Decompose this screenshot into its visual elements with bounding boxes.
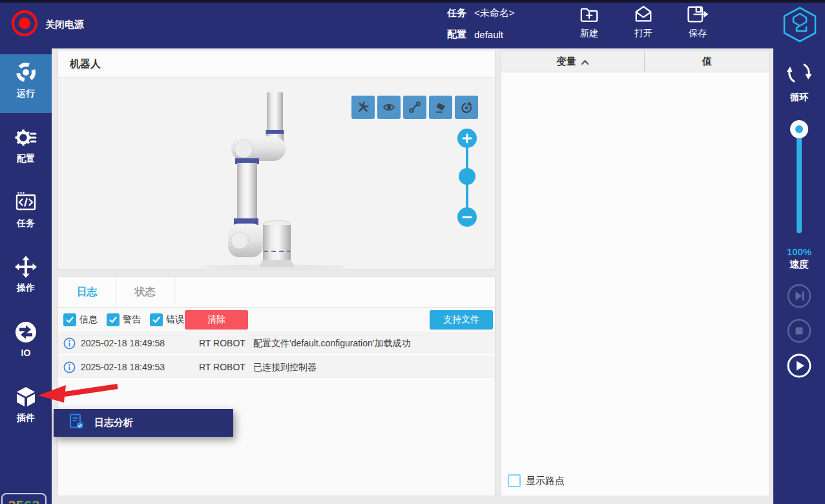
show-waypoints-label: 显示路点	[526, 475, 565, 487]
checkbox-checked-icon	[63, 313, 76, 326]
new-task-button[interactable]: 新建	[572, 5, 606, 39]
gear-icon	[14, 125, 37, 151]
slider-knob-dot	[795, 125, 803, 133]
sidebar-item-label: 插件	[17, 412, 35, 424]
top-window-strip	[0, 0, 825, 3]
brand-logo-icon	[779, 4, 820, 45]
info-icon	[63, 361, 76, 375]
code-window-icon	[14, 189, 37, 215]
play-button[interactable]	[787, 353, 811, 378]
column-header-variable[interactable]: 变量	[501, 51, 645, 72]
tab-status[interactable]: 状态	[116, 277, 174, 307]
new-task-label: 新建	[580, 28, 598, 39]
filter-info-checkbox[interactable]: 信息	[63, 313, 98, 326]
sidebar-item-config[interactable]: 配置	[0, 120, 52, 178]
sidebar-item-label: 配置	[17, 153, 35, 165]
zoom-out-button[interactable]	[457, 207, 477, 227]
speed-percent: 100%	[773, 246, 825, 257]
log-message: 配置文件'default.configuration'加载成功	[253, 338, 410, 350]
sidebar-item-plugin[interactable]: 插件	[0, 379, 52, 437]
open-file-icon	[634, 5, 653, 26]
view-toolbar	[351, 96, 478, 119]
sidebar-item-io[interactable]: IO	[0, 314, 52, 373]
filter-info-label: 信息	[79, 314, 98, 326]
loop-cycle-icon	[785, 59, 813, 87]
log-entry-row[interactable]: 2025-02-18 18:49:53 RT ROBOT 已连接到控制器	[58, 355, 495, 379]
checkbox-checked-icon	[107, 313, 120, 326]
checkbox-unchecked-icon	[508, 474, 521, 487]
power-off-label: 关闭电源	[45, 19, 84, 31]
loop-mode-button[interactable]: 循环	[773, 59, 825, 103]
sidebar-item-task[interactable]: 任务	[0, 184, 52, 243]
task-label: 任务	[447, 7, 466, 19]
save-task-button[interactable]: 保存	[681, 5, 715, 39]
log-filter-row: 信息 警告 错误 清除 支持文件	[58, 308, 495, 331]
filter-warning-label: 警告	[123, 314, 141, 326]
trajectory-path-button[interactable]	[403, 96, 426, 119]
filter-warning-checkbox[interactable]: 警告	[107, 313, 141, 326]
variable-table-header: 变量 值	[501, 51, 769, 72]
log-entry-row[interactable]: 2025-02-18 18:49:58 RT ROBOT 配置文件'defaul…	[58, 331, 495, 355]
log-panel: 日志 状态 信息 警告 错误 清除 支	[57, 277, 496, 496]
file-actions: 新建 打开 保存	[572, 5, 715, 39]
stop-button[interactable]	[787, 319, 811, 343]
zoom-in-button[interactable]	[457, 129, 477, 148]
clear-log-button[interactable]: 清除	[185, 310, 248, 330]
zoom-control	[457, 129, 477, 227]
log-timestamp: 2025-02-18 18:49:53	[81, 362, 165, 372]
column-header-value: 值	[645, 51, 769, 72]
open-task-label: 打开	[634, 28, 653, 39]
rotate-view-button[interactable]	[455, 96, 478, 119]
speed-label: 速度	[773, 258, 825, 271]
log-source: RT ROBOT	[199, 338, 245, 348]
show-waypoints-checkbox[interactable]: 显示路点	[508, 474, 565, 487]
run-icon	[14, 59, 38, 85]
speed-slider-track[interactable]	[797, 127, 802, 233]
move-arrows-icon	[14, 254, 38, 280]
task-value: <未命名>	[474, 7, 515, 19]
power-off-button[interactable]	[12, 10, 37, 36]
visibility-eye-button[interactable]	[377, 96, 401, 119]
speed-slider-knob[interactable]	[790, 120, 808, 138]
log-document-icon	[69, 414, 83, 432]
left-sidebar: 运行 配置	[0, 48, 52, 504]
step-forward-button[interactable]	[787, 284, 811, 308]
variable-panel: 变量 值 显示路点	[501, 50, 770, 496]
open-task-button[interactable]: 打开	[627, 5, 660, 39]
sidebar-item-label: 操作	[17, 282, 35, 294]
log-tabs: 日志 状态	[58, 277, 495, 308]
config-label: 配置	[447, 28, 466, 41]
new-folder-icon	[580, 5, 599, 26]
info-icon	[63, 337, 76, 352]
robot-3d-view[interactable]	[58, 78, 495, 269]
value-column-label: 值	[702, 56, 712, 68]
right-sidebar: 循环 100% 速度	[773, 48, 825, 504]
save-icon	[686, 5, 709, 26]
variable-column-label: 变量	[557, 56, 576, 68]
loop-label: 循环	[773, 92, 825, 103]
checkbox-checked-icon	[150, 313, 163, 326]
plugin-menu-item-log-analysis[interactable]: 日志分析	[54, 409, 233, 437]
log-analysis-label: 日志分析	[94, 417, 133, 429]
save-task-label: 保存	[689, 28, 707, 39]
config-value: default	[474, 29, 503, 40]
plugin-cube-icon	[14, 384, 38, 410]
sidebar-item-run[interactable]: 运行	[0, 54, 52, 113]
power-icon	[19, 17, 30, 29]
tools-button[interactable]	[351, 96, 375, 119]
zoom-slider-knob[interactable]	[459, 168, 475, 185]
sort-asc-icon	[581, 56, 589, 67]
eraser-button[interactable]	[429, 96, 452, 119]
robot-panel-title: 机器人	[58, 50, 495, 78]
io-swap-icon	[14, 319, 38, 345]
support-file-button[interactable]: 支持文件	[430, 310, 493, 330]
filter-error-label: 错误	[166, 314, 184, 326]
tab-log[interactable]: 日志	[58, 277, 116, 307]
status-badge: 3563	[1, 493, 47, 504]
top-bar: 关闭电源 任务 <未命名> 配置 default 新建	[0, 0, 825, 48]
sidebar-item-operate[interactable]: 操作	[0, 249, 52, 308]
log-timestamp: 2025-02-18 18:49:58	[81, 338, 165, 348]
robot-panel: 机器人	[57, 50, 496, 269]
log-source: RT ROBOT	[199, 362, 245, 372]
filter-error-checkbox[interactable]: 错误	[150, 313, 184, 326]
